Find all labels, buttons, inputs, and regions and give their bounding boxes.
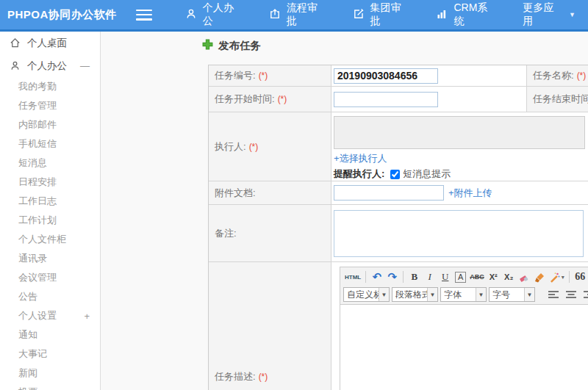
home-icon bbox=[10, 37, 21, 48]
magic-wand-icon[interactable]: ▾ bbox=[548, 270, 566, 285]
superscript-button[interactable]: X² bbox=[486, 270, 501, 285]
sidebar-item-short-message[interactable]: 短消息 bbox=[0, 154, 100, 173]
start-time-input[interactable] bbox=[334, 92, 438, 107]
sidebar-item-personal-desktop[interactable]: 个人桌面 bbox=[0, 32, 100, 54]
flow-approval-icon bbox=[269, 8, 287, 22]
expand-icon[interactable]: + bbox=[84, 311, 90, 322]
caret-down-icon: ▾ bbox=[562, 274, 564, 281]
remind-executor-label: 提醒执行人: bbox=[334, 167, 384, 181]
required-marker: (*) bbox=[259, 372, 268, 382]
main-nav: 个人办公 流程审批 集团审批 CRM系统 更多应用 ▼ bbox=[173, 0, 588, 29]
sidebar-item-contacts[interactable]: 通讯录 bbox=[0, 249, 100, 268]
row-description: 任务描述: (*) HTML ↶ ↷ B I bbox=[209, 262, 588, 390]
nav-flow-approval[interactable]: 流程审批 bbox=[257, 0, 340, 29]
end-time-label: 任务结束时间: bbox=[533, 93, 588, 106]
font-family-select[interactable]: 字体▼ bbox=[440, 287, 487, 302]
sidebar-item-vote[interactable]: 投票 bbox=[0, 383, 100, 390]
task-name-label: 任务名称: bbox=[533, 69, 574, 82]
plus-icon bbox=[202, 39, 213, 53]
sidebar-item-announcement[interactable]: 公告 bbox=[0, 287, 100, 306]
row-attachment: 附件文档: +附件上传 bbox=[209, 181, 588, 205]
nav-label: 流程审批 bbox=[287, 1, 328, 28]
required-marker: (*) bbox=[577, 71, 587, 81]
align-center-icon[interactable] bbox=[564, 287, 579, 303]
row-remark: 备注: bbox=[209, 205, 588, 262]
italic-button[interactable]: I bbox=[422, 270, 437, 285]
user-icon bbox=[185, 8, 203, 22]
editor-toolbar: HTML ↶ ↷ B I U A ABC X² X₂ bbox=[340, 267, 588, 305]
description-edit-area[interactable] bbox=[340, 305, 588, 390]
task-number-input[interactable] bbox=[334, 68, 438, 84]
app-logo: PHPOA协同办公软件 bbox=[0, 8, 136, 22]
nav-label: 个人办公 bbox=[203, 1, 244, 28]
bar-chart-icon bbox=[436, 8, 453, 22]
menu-toggle-button[interactable] bbox=[136, 10, 152, 21]
sidebar-item-label: 个人办公 bbox=[27, 59, 67, 73]
required-marker: (*) bbox=[259, 71, 268, 81]
sidebar-item-my-attendance[interactable]: 我的考勤 bbox=[0, 77, 100, 96]
undo-button[interactable]: ↶ bbox=[369, 270, 384, 285]
align-right-icon[interactable] bbox=[581, 287, 588, 303]
source-code-button[interactable]: HTML bbox=[343, 270, 362, 285]
sidebar-item-work-plan[interactable]: 工作计划 bbox=[0, 211, 100, 230]
executor-box[interactable] bbox=[334, 116, 585, 149]
underline-button[interactable]: U bbox=[437, 270, 453, 285]
caret-down-icon: ▼ bbox=[476, 288, 486, 301]
start-time-label: 任务开始时间: bbox=[215, 93, 275, 106]
blockquote-button[interactable]: 66 bbox=[573, 270, 588, 285]
sidebar-item-news[interactable]: 新闻 bbox=[0, 364, 100, 383]
redo-button[interactable]: ↷ bbox=[384, 270, 400, 285]
paragraph-format-select[interactable]: 段落格式▼ bbox=[392, 287, 438, 302]
nav-personal-office[interactable]: 个人办公 bbox=[173, 0, 257, 29]
custom-heading-select[interactable]: 自定义标题▼ bbox=[343, 287, 390, 302]
sidebar-item-events[interactable]: 大事记 bbox=[0, 344, 100, 364]
attachment-upload-link[interactable]: +附件上传 bbox=[448, 187, 492, 200]
nav-more-apps[interactable]: 更多应用 ▼ bbox=[510, 0, 588, 29]
align-left-icon[interactable] bbox=[546, 287, 562, 303]
sidebar-item-internal-mail[interactable]: 内部邮件 bbox=[0, 115, 100, 134]
attachment-label: 附件文档: bbox=[215, 187, 256, 200]
highlight-button[interactable]: A bbox=[453, 270, 468, 285]
topbar: PHPOA协同办公软件 个人办公 流程审批 集团审批 bbox=[0, 0, 588, 32]
sidebar-item-task-management[interactable]: 任务管理 bbox=[0, 96, 100, 115]
strikethrough-button[interactable]: ABC bbox=[468, 270, 486, 285]
task-number-label: 任务编号: bbox=[215, 69, 256, 82]
sidebar: 个人桌面 个人办公 — 我的考勤 任务管理 内部邮件 手机短信 短消息 日程安排… bbox=[0, 32, 101, 390]
sidebar-item-mobile-sms[interactable]: 手机短信 bbox=[0, 134, 100, 154]
task-form: 任务编号: (*) 任务名称: (*) 任务开始时间: (*) 任务结束时间: bbox=[208, 65, 588, 390]
sidebar-item-work-log[interactable]: 工作日志 bbox=[0, 192, 100, 211]
caret-down-icon: ▼ bbox=[569, 11, 576, 18]
rich-text-editor: HTML ↶ ↷ B I U A ABC X² X₂ bbox=[340, 267, 588, 390]
sidebar-item-notice[interactable]: 通知 bbox=[0, 325, 100, 344]
nav-label: CRM系统 bbox=[453, 1, 498, 28]
remark-label: 备注: bbox=[215, 227, 237, 240]
attachment-input[interactable] bbox=[334, 185, 444, 201]
sidebar-item-schedule[interactable]: 日程安排 bbox=[0, 173, 100, 192]
sms-remind-checkbox[interactable] bbox=[390, 170, 400, 179]
sidebar-item-personal-files[interactable]: 个人文件柜 bbox=[0, 230, 100, 249]
required-marker: (*) bbox=[278, 94, 287, 104]
format-brush-icon[interactable] bbox=[532, 270, 548, 285]
nav-crm[interactable]: CRM系统 bbox=[423, 0, 510, 29]
page-title: 发布任务 bbox=[202, 39, 261, 53]
eraser-icon[interactable] bbox=[517, 270, 532, 285]
nav-group-approval[interactable]: 集团审批 bbox=[340, 0, 424, 29]
executor-label: 执行人: bbox=[215, 140, 246, 154]
description-label: 任务描述: bbox=[215, 370, 256, 383]
subscript-button[interactable]: X₂ bbox=[501, 270, 517, 285]
nav-label: 更多应用 bbox=[523, 1, 564, 28]
bold-button[interactable]: B bbox=[406, 270, 422, 285]
caret-down-icon: ▼ bbox=[524, 288, 534, 301]
sidebar-item-personal-office[interactable]: 个人办公 — bbox=[0, 54, 100, 77]
user-icon bbox=[10, 60, 21, 71]
main-content: 发布任务 任务编号: (*) 任务名称: (*) 任务开始时间: (*) bbox=[101, 32, 588, 390]
font-size-select[interactable]: 字号▼ bbox=[489, 287, 535, 302]
remark-textarea[interactable] bbox=[334, 210, 584, 257]
choose-executor-link[interactable]: +选择执行人 bbox=[334, 152, 387, 165]
row-task-time: 任务开始时间: (*) 任务结束时间: (*) bbox=[209, 87, 588, 112]
sidebar-item-meeting-management[interactable]: 会议管理 bbox=[0, 268, 100, 287]
sidebar-item-personal-settings[interactable]: 个人设置 + bbox=[0, 306, 100, 325]
required-marker: (*) bbox=[249, 142, 259, 152]
sms-remind-label: 短消息提示 bbox=[403, 167, 451, 181]
collapse-icon[interactable]: — bbox=[80, 60, 90, 71]
